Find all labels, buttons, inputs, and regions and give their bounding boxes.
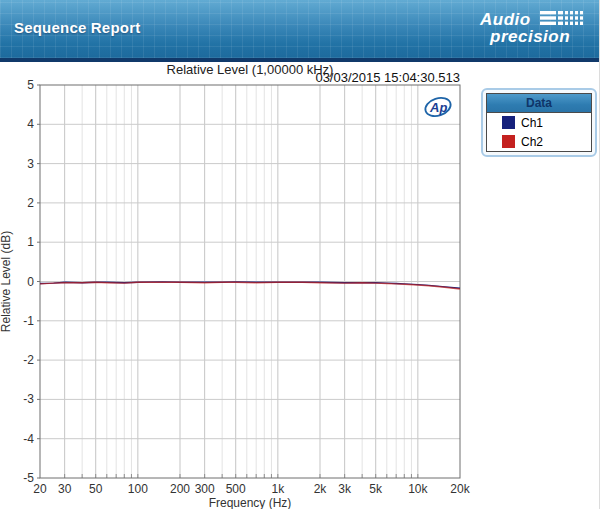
svg-text:0: 0 xyxy=(27,275,34,289)
svg-text:3: 3 xyxy=(27,157,34,171)
svg-text:Relative Level (dB): Relative Level (dB) xyxy=(0,231,13,332)
legend-item-label: Ch1 xyxy=(521,116,543,130)
legend-panel: Data Ch1Ch2 xyxy=(481,88,597,157)
svg-text:5k: 5k xyxy=(369,482,383,496)
series-line-ch2 xyxy=(40,282,460,289)
svg-text:2: 2 xyxy=(27,196,34,210)
svg-text:-3: -3 xyxy=(23,392,34,406)
svg-text:300: 300 xyxy=(195,482,215,496)
legend-swatch-icon xyxy=(502,135,515,148)
page-title: Sequence Report xyxy=(14,19,140,36)
svg-text:-2: -2 xyxy=(23,353,34,367)
svg-text:500: 500 xyxy=(226,482,246,496)
svg-text:Frequency (Hz): Frequency (Hz) xyxy=(209,496,292,509)
logo-bars-icon xyxy=(540,11,586,26)
svg-text:4: 4 xyxy=(27,117,34,131)
legend-item-label: Ch2 xyxy=(521,135,543,149)
legend-swatch-icon xyxy=(502,116,515,129)
svg-text:3k: 3k xyxy=(338,482,352,496)
frequency-response-plot: 543210-1-2-3-4-5Relative Level (dB)20305… xyxy=(0,60,480,509)
legend-item-ch1[interactable]: Ch1 xyxy=(487,113,591,132)
svg-text:20k: 20k xyxy=(450,482,470,496)
svg-text:1: 1 xyxy=(27,235,34,249)
svg-text:Ap: Ap xyxy=(429,100,447,115)
svg-text:5: 5 xyxy=(27,78,34,92)
sequence-report-window: Sequence Report Audio precision Relati xyxy=(0,0,600,509)
legend-header: Data xyxy=(487,94,591,113)
legend-box: Data Ch1Ch2 xyxy=(486,93,592,152)
svg-text:-1: -1 xyxy=(23,314,34,328)
svg-text:200: 200 xyxy=(170,482,190,496)
svg-text:1k: 1k xyxy=(272,482,286,496)
svg-text:-4: -4 xyxy=(23,432,34,446)
logo-text-precision: precision xyxy=(490,27,570,47)
svg-text:50: 50 xyxy=(89,482,103,496)
svg-text:20: 20 xyxy=(33,482,47,496)
svg-text:2k: 2k xyxy=(314,482,328,496)
svg-text:30: 30 xyxy=(58,482,72,496)
header-banner: Sequence Report Audio precision xyxy=(0,0,600,62)
legend-item-ch2[interactable]: Ch2 xyxy=(487,132,591,151)
svg-text:100: 100 xyxy=(128,482,148,496)
svg-text:10k: 10k xyxy=(408,482,428,496)
audio-precision-logo: Audio precision xyxy=(474,8,586,48)
